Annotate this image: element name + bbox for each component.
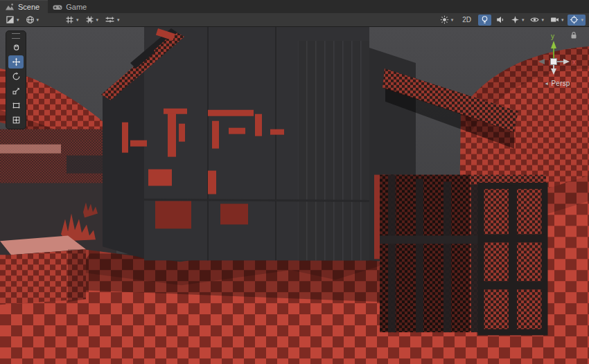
snap-increment-dropdown[interactable]: ▾: [103, 15, 122, 26]
caret-down-icon: ▾: [96, 17, 99, 22]
persp-text: Persp: [552, 80, 570, 87]
snap-increment-icon: [105, 15, 115, 24]
render-debug-dropdown[interactable]: ▾: [24, 15, 42, 26]
orientation-gizmo[interactable]: y x ◄Persp: [532, 33, 582, 87]
light-settings-toggle[interactable]: [478, 15, 491, 26]
rect-tool-icon: [12, 101, 21, 110]
grid-visibility-dropdown[interactable]: ▾: [63, 15, 81, 26]
camera-settings-dropdown[interactable]: ▾: [548, 15, 566, 26]
audio-toggle[interactable]: [493, 15, 507, 26]
tab-game[interactable]: Game: [48, 0, 95, 13]
caret-down-icon: ▾: [117, 17, 120, 22]
scene-viewport[interactable]: y x ◄Persp: [0, 27, 589, 364]
caret-down-icon: ▾: [581, 17, 583, 22]
visibility-eye-icon: [530, 15, 539, 24]
effects-star-icon: [511, 15, 520, 24]
2d-toggle-button[interactable]: 2D: [457, 15, 476, 26]
grid-icon: [65, 15, 74, 24]
draw-mode-dropdown[interactable]: ▾: [3, 15, 21, 26]
tool-rotate-button[interactable]: [8, 70, 24, 83]
axis-gizmo-icon: y x: [533, 33, 581, 78]
overlay-drag-handle[interactable]: [12, 33, 20, 39]
tool-scale-button[interactable]: [8, 84, 24, 98]
caret-down-icon: ▾: [522, 17, 525, 22]
tool-move-button[interactable]: [8, 55, 24, 69]
transform-tool-icon: [12, 116, 21, 125]
move-tool-icon: [12, 57, 21, 66]
caret-down-icon: ▾: [76, 17, 79, 22]
speaker-icon: [495, 15, 504, 24]
hand-tool-icon: [12, 43, 21, 52]
tools-overlay: [6, 30, 26, 129]
gizmos-dropdown[interactable]: ▾: [568, 15, 586, 26]
rotate-tool-icon: [12, 72, 21, 81]
caret-down-icon: ▾: [37, 17, 39, 22]
globe-icon: [26, 15, 35, 24]
scene-visibility-dropdown[interactable]: ▾: [528, 15, 546, 26]
camera-icon: [550, 15, 559, 24]
tool-view-hand-button[interactable]: [8, 41, 24, 54]
scene-view-toolbar: ▾ ▾ ▾ ▾: [0, 13, 589, 27]
tab-game-label: Game: [66, 3, 87, 11]
2d-label: 2D: [459, 16, 474, 24]
scene-lighting-dropdown[interactable]: ▾: [438, 15, 456, 26]
lightbulb-icon: [480, 15, 489, 24]
effects-dropdown[interactable]: ▾: [509, 15, 527, 26]
axis-y-label: y: [551, 33, 554, 40]
gizmos-crosshair-icon: [570, 15, 579, 24]
persp-arrow-icon: ◄: [544, 81, 549, 86]
grid-snap-icon: [85, 15, 94, 24]
scene-tab-icon: [5, 3, 15, 11]
view-tab-bar: Scene Game: [0, 0, 589, 13]
caret-down-icon: ▾: [541, 17, 544, 22]
tool-rect-button[interactable]: [8, 99, 24, 112]
projection-label[interactable]: ◄Persp: [532, 80, 582, 87]
grid-snapping-dropdown[interactable]: ▾: [83, 15, 101, 26]
shaded-draw-mode-icon: [6, 15, 15, 24]
unity-editor-window: Scene Game ▾ ▾: [0, 0, 589, 364]
tab-scene[interactable]: Scene: [0, 0, 48, 13]
scale-tool-icon: [12, 87, 21, 95]
tab-scene-label: Scene: [18, 3, 39, 11]
scene-render: [0, 27, 589, 364]
axis-x-label: x: [572, 58, 576, 66]
caret-down-icon: ▾: [17, 17, 19, 22]
caret-down-icon: ▾: [451, 17, 454, 22]
caret-down-icon: ▾: [561, 17, 564, 22]
tool-transform-button[interactable]: [8, 113, 24, 127]
game-tab-icon: [53, 3, 62, 11]
sun-icon: [440, 15, 449, 24]
